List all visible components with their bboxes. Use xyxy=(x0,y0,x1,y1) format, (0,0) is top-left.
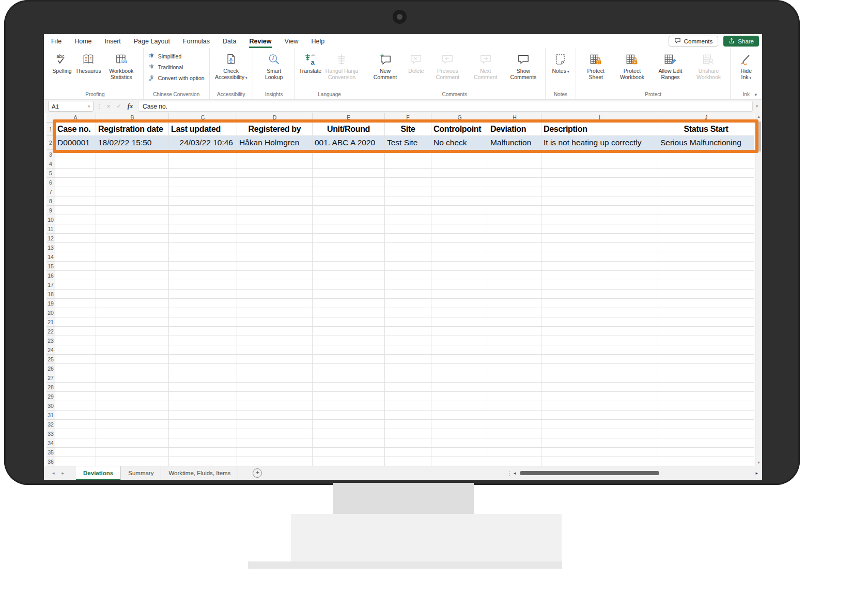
cell-I25[interactable] xyxy=(541,355,658,364)
cell-J3[interactable] xyxy=(658,150,754,159)
menu-tab-review[interactable]: Review xyxy=(249,34,271,48)
cell-G9[interactable] xyxy=(431,206,488,215)
cell-J27[interactable] xyxy=(658,373,754,383)
cell-F1[interactable]: Site xyxy=(385,123,431,136)
cell-I2[interactable]: It is not heating up correctly xyxy=(541,136,658,150)
cell-H29[interactable] xyxy=(488,392,541,401)
cell-E29[interactable] xyxy=(313,392,385,401)
row-header-1[interactable]: 1 xyxy=(47,123,55,136)
column-header-e[interactable]: E xyxy=(313,113,385,123)
cell-H7[interactable] xyxy=(488,187,541,196)
cell-E19[interactable] xyxy=(313,299,385,308)
cell-I28[interactable] xyxy=(541,383,658,392)
cell-H16[interactable] xyxy=(488,271,541,280)
cell-J21[interactable] xyxy=(658,317,754,327)
cell-A25[interactable] xyxy=(55,355,96,364)
cell-H19[interactable] xyxy=(488,299,541,308)
cell-G14[interactable] xyxy=(431,252,488,262)
row-header-16[interactable]: 16 xyxy=(47,271,55,280)
cell-F28[interactable] xyxy=(385,383,431,392)
cell-A27[interactable] xyxy=(55,373,96,383)
cell-D3[interactable] xyxy=(237,150,313,159)
cell-B21[interactable] xyxy=(96,317,169,327)
cancel-icon[interactable]: × xyxy=(105,103,112,110)
cell-J20[interactable] xyxy=(658,308,754,317)
ribbon-button-new-comment[interactable]: New Comment xyxy=(367,50,404,82)
cell-B30[interactable] xyxy=(96,401,169,411)
ribbon-button-spelling[interactable]: abcSpelling xyxy=(50,50,74,75)
cell-B14[interactable] xyxy=(96,252,169,262)
cell-H18[interactable] xyxy=(488,290,541,299)
cell-D28[interactable] xyxy=(237,383,313,392)
cell-I29[interactable] xyxy=(541,392,658,401)
cell-E36[interactable] xyxy=(313,457,385,466)
cell-E4[interactable] xyxy=(313,159,385,169)
cell-C16[interactable] xyxy=(169,271,237,280)
cell-B15[interactable] xyxy=(96,262,169,271)
cell-F31[interactable] xyxy=(385,411,431,420)
cell-F15[interactable] xyxy=(385,262,431,271)
cell-B34[interactable] xyxy=(96,438,169,448)
cell-I6[interactable] xyxy=(541,178,658,187)
ribbon-button-show-comments[interactable]: Show Comments xyxy=(504,50,542,82)
cell-G22[interactable] xyxy=(431,327,488,336)
row-header-22[interactable]: 22 xyxy=(47,327,55,336)
cell-E30[interactable] xyxy=(313,401,385,411)
cell-I30[interactable] xyxy=(541,401,658,411)
cell-E28[interactable] xyxy=(313,383,385,392)
hscroll-left-icon[interactable]: ◂ xyxy=(514,470,516,476)
menu-tab-file[interactable]: File xyxy=(51,34,61,48)
cell-A32[interactable] xyxy=(55,420,96,429)
cell-A31[interactable] xyxy=(55,411,96,420)
cell-C34[interactable] xyxy=(169,438,237,448)
row-header-6[interactable]: 6 xyxy=(47,178,55,187)
cell-I15[interactable] xyxy=(541,262,658,271)
sheet-tab-summary[interactable]: Summary xyxy=(121,466,161,480)
cell-D18[interactable] xyxy=(237,290,313,299)
cell-J6[interactable] xyxy=(658,178,754,187)
cell-F29[interactable] xyxy=(385,392,431,401)
cell-J26[interactable] xyxy=(658,364,754,373)
cell-B2[interactable]: 18/02/22 15:50 xyxy=(96,136,169,150)
cell-H2[interactable]: Malfunction xyxy=(488,136,541,150)
sheet-tab-worktime-fluids-items[interactable]: Worktime, Fluids, Items xyxy=(161,466,238,480)
cell-C15[interactable] xyxy=(169,262,237,271)
cell-G26[interactable] xyxy=(431,364,488,373)
cell-F9[interactable] xyxy=(385,206,431,215)
row-header-2[interactable]: 2 xyxy=(47,136,55,150)
cell-E1[interactable]: Unit/Round xyxy=(313,123,385,136)
ribbon-button-hide-ink[interactable]: Hide Ink▾ xyxy=(733,50,759,82)
cell-J7[interactable] xyxy=(658,187,754,196)
column-header-h[interactable]: H xyxy=(488,113,541,123)
cell-J32[interactable] xyxy=(658,420,754,429)
cell-G35[interactable] xyxy=(431,448,488,457)
sheet-nav-left-icon[interactable]: ◂ xyxy=(52,470,55,476)
cell-B28[interactable] xyxy=(96,383,169,392)
cell-A29[interactable] xyxy=(55,392,96,401)
cell-A1[interactable]: Case no. xyxy=(55,123,96,136)
column-header-j[interactable]: J xyxy=(658,113,754,123)
cell-D8[interactable] xyxy=(237,196,313,206)
cell-I11[interactable] xyxy=(541,224,658,234)
cell-A20[interactable] xyxy=(55,308,96,317)
cell-I3[interactable] xyxy=(541,150,658,159)
cell-A28[interactable] xyxy=(55,383,96,392)
cell-C28[interactable] xyxy=(169,383,237,392)
column-header-b[interactable]: B xyxy=(96,113,169,123)
cell-B25[interactable] xyxy=(96,355,169,364)
cell-I22[interactable] xyxy=(541,327,658,336)
column-header-f[interactable]: F xyxy=(385,113,431,123)
select-all-corner[interactable] xyxy=(47,113,55,123)
cell-E34[interactable] xyxy=(313,438,385,448)
cell-F26[interactable] xyxy=(385,364,431,373)
cell-C19[interactable] xyxy=(169,299,237,308)
cell-D26[interactable] xyxy=(237,364,313,373)
cell-H6[interactable] xyxy=(488,178,541,187)
cell-C9[interactable] xyxy=(169,206,237,215)
row-header-24[interactable]: 24 xyxy=(47,345,55,355)
cell-H3[interactable] xyxy=(488,150,541,159)
cell-H33[interactable] xyxy=(488,429,541,438)
cell-J9[interactable] xyxy=(658,206,754,215)
cell-B18[interactable] xyxy=(96,290,169,299)
cell-A13[interactable] xyxy=(55,243,96,252)
